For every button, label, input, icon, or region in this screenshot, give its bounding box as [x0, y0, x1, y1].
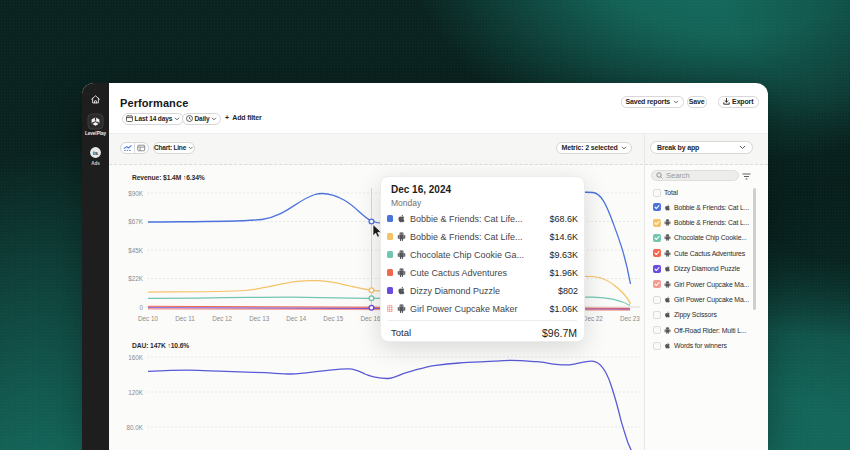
svg-text:0: 0: [139, 304, 143, 311]
svg-text:Dec 15: Dec 15: [323, 315, 343, 322]
svg-text:$45K: $45K: [128, 247, 144, 254]
svg-text:Dec 23: Dec 23: [620, 315, 640, 322]
svg-text:Dec 13: Dec 13: [249, 315, 269, 322]
svg-text:Revenue: $1.4M ↑6.34%: Revenue: $1.4M ↑6.34%: [132, 174, 205, 182]
svg-text:Dec 22: Dec 22: [583, 315, 603, 322]
svg-text:Dec 12: Dec 12: [212, 315, 232, 322]
svg-text:$67K: $67K: [128, 218, 144, 225]
svg-text:$22K: $22K: [128, 275, 144, 282]
svg-text:Dec 10: Dec 10: [138, 315, 158, 322]
svg-text:Dec 16: Dec 16: [360, 315, 380, 322]
svg-text:LevelPlay: LevelPlay: [85, 131, 107, 136]
svg-text:is: is: [93, 150, 99, 156]
svg-text:DAU: 147K ↑10.6%: DAU: 147K ↑10.6%: [132, 342, 189, 349]
svg-text:120K: 120K: [128, 389, 144, 396]
svg-text:$90K: $90K: [128, 190, 144, 197]
svg-text:80.0K: 80.0K: [127, 424, 144, 431]
svg-text:Ads: Ads: [91, 161, 100, 166]
svg-text:Dec 14: Dec 14: [286, 315, 306, 322]
svg-text:160K: 160K: [128, 354, 144, 361]
svg-text:Dec 11: Dec 11: [175, 315, 195, 322]
